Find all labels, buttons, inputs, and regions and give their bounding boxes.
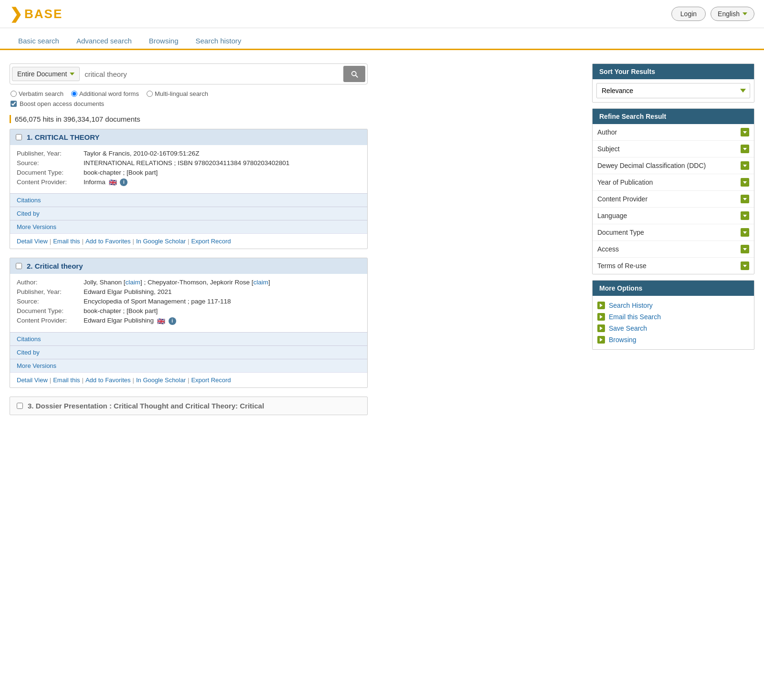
detail-view-2[interactable]: Detail View	[17, 376, 48, 384]
search-input[interactable]	[80, 67, 343, 81]
search-scope-dropdown[interactable]: Entire Document	[12, 67, 80, 81]
refine-subject[interactable]: Subject	[593, 141, 754, 157]
export-record-2[interactable]: Export Record	[191, 376, 231, 384]
sort-select[interactable]: Relevance Date (newest first) Date (olde…	[596, 83, 750, 98]
email-this-2[interactable]: Email this	[53, 376, 80, 384]
label-provider-1: Content Provider:	[17, 178, 84, 186]
result-row-doctype-1: Document Type: book-chapter ; [Book part…	[17, 169, 361, 176]
search-scope-label: Entire Document	[17, 70, 67, 78]
refine-ddc[interactable]: Dewey Decimal Classification (DDC)	[593, 157, 754, 174]
refine-access[interactable]: Access	[593, 241, 754, 258]
result-checkbox-1[interactable]	[16, 134, 22, 140]
export-record-1[interactable]: Export Record	[191, 238, 231, 245]
arrow-icon	[597, 302, 605, 309]
more-options-title: More Options	[593, 281, 754, 296]
add-to-favorites-2[interactable]: Add to Favorites	[85, 376, 131, 384]
in-google-scholar-2[interactable]: In Google Scholar	[136, 376, 186, 384]
result-checkbox-2[interactable]	[16, 263, 22, 269]
refine-author-label: Author	[597, 128, 617, 136]
result-card-2: 2. Critical theory Author: Jolly, Shanon…	[10, 258, 368, 387]
radio-additional[interactable]: Additional word forms	[71, 90, 139, 97]
login-button[interactable]: Login	[671, 7, 706, 21]
refine-language-label: Language	[597, 212, 627, 219]
flag-uk-icon-2: 🇬🇧	[157, 317, 165, 325]
refine-content-provider[interactable]: Content Provider	[593, 191, 754, 208]
more-versions-2[interactable]: More Versions	[10, 359, 367, 372]
refine-language[interactable]: Language	[593, 208, 754, 224]
refine-year[interactable]: Year of Publication	[593, 174, 754, 191]
in-google-scholar-1[interactable]: In Google Scholar	[136, 238, 186, 245]
more-options-section: More Options Search History Email this S…	[592, 280, 754, 350]
language-button[interactable]: English	[711, 7, 754, 21]
boost-label: Boost open access documents	[20, 100, 104, 107]
result-card-1: 1. CRITICAL THEORY Publisher, Year: Tayl…	[10, 129, 368, 249]
value-provider-1: Informa 🇬🇧 i	[84, 178, 127, 186]
chevron-down-icon	[741, 161, 749, 170]
nav-advanced-search[interactable]: Advanced search	[68, 33, 140, 49]
result-title-2[interactable]: 2. Critical theory	[27, 262, 83, 270]
cited-by-2[interactable]: Cited by	[10, 345, 367, 359]
result-row-publisher-1: Publisher, Year: Taylor & Francis, 2010-…	[17, 150, 361, 157]
citations-2[interactable]: Citations	[10, 332, 367, 345]
cited-by-1[interactable]: Cited by	[10, 207, 367, 220]
chevron-down-icon	[741, 211, 749, 220]
citations-1[interactable]: Citations	[10, 193, 367, 207]
claim-link-2[interactable]: claim	[253, 279, 268, 286]
radio-multilingual[interactable]: Multi-lingual search	[147, 90, 208, 97]
info-icon-2[interactable]: i	[169, 317, 176, 325]
refine-content-provider-label: Content Provider	[597, 195, 647, 203]
chevron-down-icon	[741, 245, 749, 253]
logo-arrow-icon: ❯	[10, 5, 22, 23]
result-actions-2: Detail View | Email this | Add to Favori…	[10, 372, 367, 387]
result-row-provider-1: Content Provider: Informa 🇬🇧 i	[17, 178, 361, 186]
email-this-1[interactable]: Email this	[53, 238, 80, 245]
nav-search-history[interactable]: Search history	[187, 33, 250, 49]
refine-year-label: Year of Publication	[597, 178, 653, 186]
chevron-down-icon	[741, 195, 749, 203]
refine-title: Refine Search Result	[593, 109, 754, 124]
radio-verbatim[interactable]: Verbatim search	[11, 90, 64, 97]
result-header-2: 2. Critical theory	[10, 258, 367, 274]
more-browsing[interactable]: Browsing	[597, 334, 749, 345]
result-title-1[interactable]: 1. CRITICAL THEORY	[27, 133, 100, 141]
boost-checkbox[interactable]	[11, 101, 17, 107]
value-publisher-1: Taylor & Francis, 2010-02-16T09:51:26Z	[84, 150, 199, 157]
nav-browsing[interactable]: Browsing	[140, 33, 187, 49]
label-publisher-1: Publisher, Year:	[17, 150, 84, 157]
nav-basic-search[interactable]: Basic search	[10, 33, 68, 49]
more-search-history[interactable]: Search History	[597, 300, 749, 311]
refine-doctype[interactable]: Document Type	[593, 224, 754, 241]
refine-author[interactable]: Author	[593, 124, 754, 141]
arrow-icon	[597, 336, 605, 344]
info-icon-1[interactable]: i	[120, 178, 127, 186]
result-row-provider-2: Content Provider: Edward Elgar Publishin…	[17, 317, 361, 324]
value-author-2: Jolly, Shanon [claim] ; Chepyator-Thomso…	[84, 279, 270, 286]
label-source-1: Source:	[17, 159, 84, 167]
result-row-doctype-2: Document Type: book-chapter ; [Book part…	[17, 307, 361, 314]
add-to-favorites-1[interactable]: Add to Favorites	[85, 238, 131, 245]
search-button[interactable]	[343, 66, 365, 82]
chevron-down-icon	[741, 228, 749, 237]
multilingual-label: Multi-lingual search	[155, 90, 208, 97]
claim-link-1[interactable]: claim	[126, 279, 141, 286]
result-checkbox-3[interactable]	[17, 403, 23, 409]
label-author-2: Author:	[17, 279, 84, 286]
label-source-2: Source:	[17, 298, 84, 305]
more-email-search[interactable]: Email this Search	[597, 311, 749, 323]
arrow-icon	[597, 313, 605, 321]
detail-view-1[interactable]: Detail View	[17, 238, 48, 245]
refine-ddc-label: Dewey Decimal Classification (DDC)	[597, 162, 706, 169]
result-actions-1: Detail View | Email this | Add to Favori…	[10, 233, 367, 249]
search-area: Entire Document Verbatim search	[10, 63, 583, 107]
value-doctype-2: book-chapter ; [Book part]	[84, 307, 158, 314]
more-save-search[interactable]: Save Search	[597, 323, 749, 334]
refine-terms-label: Terms of Re-use	[597, 262, 647, 270]
refine-terms[interactable]: Terms of Re-use	[593, 258, 754, 274]
results-count: 656,075 hits in 396,334,107 documents	[10, 115, 368, 123]
result-header-1: 1. CRITICAL THEORY	[10, 129, 367, 145]
chevron-down-icon	[741, 128, 749, 136]
result-title-3[interactable]: 3. Dossier Presentation : Critical Thoug…	[28, 402, 264, 410]
more-versions-1[interactable]: More Versions	[10, 220, 367, 233]
flag-uk-icon-1: 🇬🇧	[109, 178, 117, 186]
search-box: Entire Document	[10, 63, 368, 84]
